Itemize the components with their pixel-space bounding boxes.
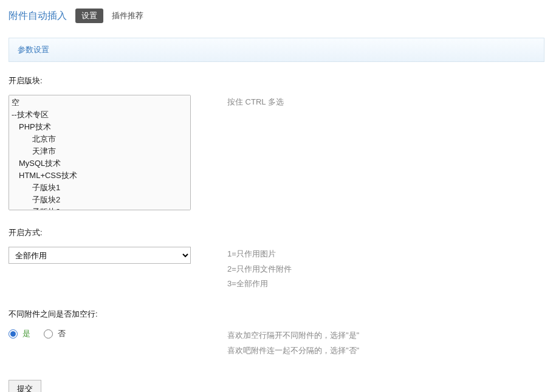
forum-option[interactable]: HTML+CSS技术 (10, 170, 189, 182)
forum-option[interactable]: 子版块2 (10, 194, 189, 206)
page-title: 附件自动插入 (9, 10, 67, 22)
forum-multiselect[interactable]: 空--技术专区PHP技术北京市天津市MySQL技术HTML+CSS技术子版块1子… (9, 95, 191, 210)
radio-no[interactable] (44, 329, 53, 339)
forum-option[interactable]: MySQL技术 (10, 157, 189, 170)
forum-option[interactable]: 子版块1 (10, 182, 189, 194)
blank-line-label: 不同附件之间是否加空行: (9, 309, 544, 320)
forum-option[interactable]: 子版块3 (10, 206, 189, 210)
radio-yes[interactable] (9, 329, 18, 339)
field-forum-select: 开启版块: 空--技术专区PHP技术北京市天津市MySQL技术HTML+CSS技… (9, 75, 544, 210)
mode-select-help: 1=只作用图片2=只作用文件附件3=全部作用 (227, 247, 292, 292)
forum-select-help: 按住 CTRL 多选 (227, 95, 284, 110)
blank-line-help: 喜欢加空行隔开不同附件的，选择"是"喜欢吧附件连一起不分隔的，选择"否" (227, 328, 359, 358)
forum-option[interactable]: PHP技术 (10, 121, 189, 133)
submit-button[interactable]: 提交 (9, 380, 41, 392)
help-line: 3=全部作用 (227, 277, 292, 292)
help-line: 喜欢加空行隔开不同附件的，选择"是" (227, 328, 359, 343)
radio-yes-label: 是 (22, 328, 30, 339)
mode-select-label: 开启方式: (9, 227, 544, 238)
tab-settings[interactable]: 设置 (75, 9, 103, 23)
help-line: 喜欢吧附件连一起不分隔的，选择"否" (227, 343, 359, 359)
field-mode-select: 开启方式: 全部作用 1=只作用图片2=只作用文件附件3=全部作用 (9, 227, 544, 292)
help-line: 2=只作用文件附件 (227, 262, 292, 277)
radio-no-item[interactable]: 否 (44, 328, 66, 339)
forum-option[interactable]: 北京市 (10, 133, 189, 145)
forum-option[interactable]: 天津市 (10, 145, 189, 157)
page-header: 附件自动插入 设置 插件推荐 (9, 9, 544, 23)
section-title: 参数设置 (9, 38, 544, 62)
radio-yes-item[interactable]: 是 (9, 328, 30, 339)
forum-select-label: 开启版块: (9, 75, 544, 86)
forum-option[interactable]: 空 (10, 97, 189, 109)
field-blank-line: 不同附件之间是否加空行: 是 否 喜欢加空行隔开不同附件的，选择"是"喜欢吧附件… (9, 309, 544, 358)
mode-dropdown[interactable]: 全部作用 (9, 247, 191, 264)
forum-option[interactable]: --技术专区 (10, 109, 189, 121)
help-line: 1=只作用图片 (227, 247, 292, 262)
radio-no-label: 否 (58, 328, 66, 339)
tab-plugin-recommend[interactable]: 插件推荐 (112, 10, 143, 21)
